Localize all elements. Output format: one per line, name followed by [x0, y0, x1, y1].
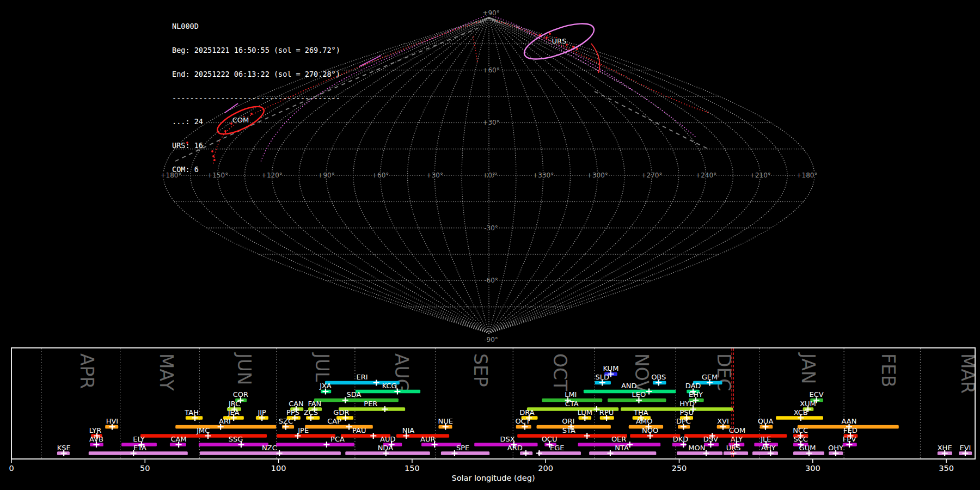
x-tick-label: 50 [140, 464, 150, 473]
station-id: NL000D [172, 22, 340, 30]
drift-track-red-pole [473, 37, 477, 63]
x-tick-label: 350 [939, 464, 954, 473]
x-tick-label: 0 [9, 464, 14, 473]
x-tick-label: 200 [538, 464, 553, 473]
shower-label-per: PER [364, 400, 377, 408]
month-label: OCT [549, 353, 571, 391]
shower-label-tah: TAH [184, 408, 199, 416]
shower-bar-aur [421, 443, 461, 446]
shower-label-kcg: KCG [382, 382, 397, 390]
shower-bar-pca [276, 443, 354, 446]
shower-bar-nta [589, 451, 656, 455]
month-label: JAN [798, 352, 819, 384]
shower-peak-cross-sta [584, 433, 590, 439]
shower-bar-jmc [140, 434, 267, 438]
drift-arc-red-urs [591, 44, 599, 73]
galactic-dash-east [595, 91, 709, 149]
observation-info: NL000D Beg: 20251221 16:50:55 (sol = 269… [172, 7, 340, 189]
shower-label-lyr: LYR [89, 426, 102, 434]
shower-peak-cross-per [382, 406, 388, 412]
meteor-dot [576, 48, 578, 50]
shower-peak-cross-nzc [277, 450, 283, 456]
shower-label-aud: AUD [380, 435, 395, 443]
month-label: MAY [156, 353, 177, 391]
begin-line: Beg: 20251221 16:50:55 (sol = 269.72°) [172, 46, 340, 54]
shower-label-dkd: DKD [673, 435, 689, 443]
meteor-dot [546, 36, 548, 39]
shower-peak-cross-pca [323, 442, 329, 448]
count-line-com: COM: 6 [172, 166, 340, 174]
shower-bar-sta [517, 434, 627, 438]
shower-label-spe: SPE [456, 444, 469, 452]
shower-bar-and [584, 390, 676, 394]
shower-label-ard: ARD [507, 444, 523, 452]
x-tick-label: 250 [672, 464, 687, 473]
shower-label-gdr: GDR [333, 408, 349, 416]
shower-bar-ssg [199, 443, 268, 446]
x-tick-label: 100 [271, 464, 286, 473]
shower-label-and: AND [621, 382, 637, 390]
screenshot-root: URSCOM+90°+60°+30°+0°-30°-60°-90°+180°+1… [0, 0, 980, 490]
end-line: End: 20251222 06:13:22 (sol = 270.28°) [172, 70, 340, 78]
shower-label-pca: PCA [330, 435, 345, 443]
shower-bar-eta [89, 451, 188, 455]
shower-label-cta: CTA [565, 400, 579, 408]
shower-bar-ari [175, 425, 276, 429]
map-lat-label: -90° [484, 336, 498, 344]
shower-label-ahy: AHY [761, 444, 776, 452]
shower-label-cap: CAP [327, 417, 341, 425]
shower-label-nta: NTA [615, 444, 629, 452]
shower-label-dsx: DSX [500, 435, 514, 443]
map-lon-label: +60° [372, 171, 389, 179]
month-label: JUN [234, 352, 255, 385]
map-lon-label: +330° [532, 171, 554, 179]
shower-bar-kcg [356, 390, 420, 394]
map-lat-label: -60° [484, 277, 498, 284]
shower-ellipse-label-urs: URS [552, 37, 567, 45]
shower-label-amo: AMO [636, 417, 652, 425]
month-label: JUL [311, 352, 333, 382]
meteor-dot [572, 46, 574, 48]
activity-timeline: APRMAYJUNJULAUGSEPOCTNOVDECJANFEBMAR0501… [9, 348, 978, 482]
shower-label-gum: GUM [799, 444, 816, 452]
shower-label-eri: ERI [357, 373, 368, 381]
shower-label-oct: OCT [515, 417, 530, 425]
shower-bar-dsx [474, 443, 537, 446]
shower-label-eta: ETA [133, 444, 146, 452]
month-label: APR [76, 353, 97, 389]
shower-label-ely: ELY [133, 435, 145, 443]
separator-line: -------------------------------------- [172, 94, 340, 102]
map-lat-label: -30° [484, 224, 498, 232]
shower-label-sta: STA [562, 426, 575, 434]
plot-canvas: URSCOM+90°+60°+30°+0°-30°-60°-90°+180°+1… [0, 0, 980, 490]
shower-label-jpe: JPE [297, 426, 309, 434]
count-line-sporadic: ...: 24 [172, 118, 340, 126]
shower-bar-spe [441, 451, 489, 455]
shower-peak-cross-ard [523, 450, 529, 456]
shower-peak-cross-pau [370, 433, 376, 439]
map-lon-label: +30° [426, 171, 443, 179]
shower-label-ori: ORI [562, 417, 574, 425]
map-lat-label: +30° [482, 119, 499, 126]
shower-peak-cross-cap [346, 424, 352, 430]
shower-label-nia: NIA [402, 426, 415, 434]
shower-peak-cross-eri [373, 380, 379, 386]
shower-label-com: COM [729, 426, 746, 434]
meteor-dot [549, 33, 551, 35]
shower-label-aur: AUR [420, 435, 435, 443]
map-lat-label: +60° [482, 66, 499, 74]
shower-label-dra: DRA [519, 408, 535, 416]
map-lon-label: +270° [641, 171, 663, 179]
shower-label-sda: SDA [346, 390, 361, 399]
shower-label-oer: OER [611, 435, 626, 443]
shower-label-nzc: NZC [262, 444, 277, 452]
count-line-urs: URS: 16 [172, 142, 340, 150]
x-axis-title: Solar longitude (deg) [451, 474, 535, 482]
shower-label-lmi: LMI [565, 390, 577, 399]
shower-bar-ege [538, 451, 581, 455]
map-lon-label: +180° [797, 171, 818, 179]
shower-label-ege: EGE [550, 444, 565, 452]
shower-label-pps: PPS [286, 408, 299, 416]
shower-label-pau: PAU [352, 426, 366, 434]
shower-bar-mon [677, 451, 722, 455]
